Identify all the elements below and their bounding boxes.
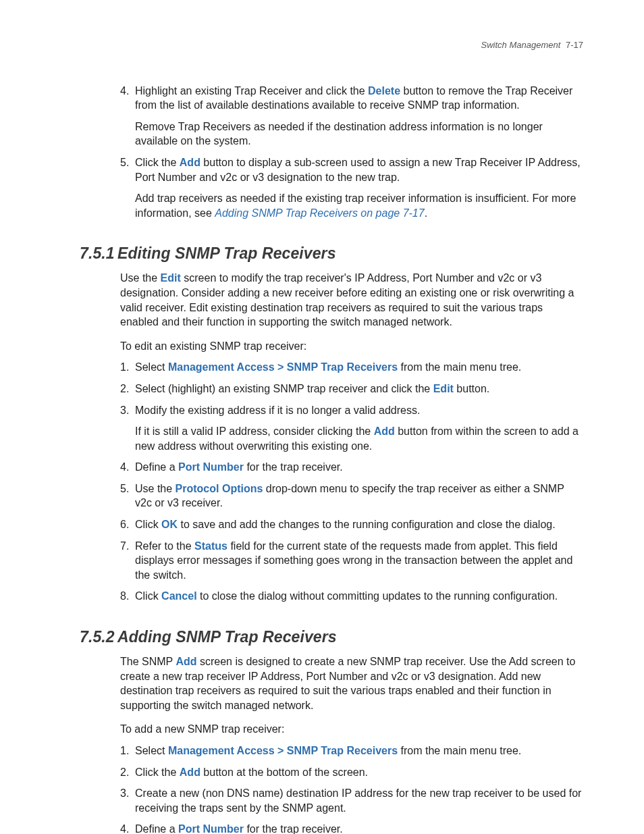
section-751-lead: Use the Edit screen to modify the trap r… bbox=[120, 271, 583, 329]
list-item-paragraph: Add trap receivers as needed if the exis… bbox=[135, 191, 583, 220]
list-item-number: 3. bbox=[120, 786, 129, 801]
list-item-paragraph: Modify the existing address if it is no … bbox=[135, 403, 583, 418]
keyword: Delete bbox=[368, 85, 400, 97]
page: Switch Management 7-17 4.Highlight an ex… bbox=[0, 0, 644, 834]
running-header: Switch Management 7-17 bbox=[80, 39, 583, 51]
text-run: button to display a sub-screen used to a… bbox=[135, 157, 581, 183]
text-run: Define a bbox=[135, 823, 178, 834]
section-751-intro: To edit an existing SNMP trap receiver: bbox=[120, 339, 583, 354]
text-run: The SNMP bbox=[120, 656, 176, 667]
keyword: Cancel bbox=[161, 590, 196, 602]
keyword: Edit bbox=[433, 383, 454, 394]
text-run: Click the bbox=[135, 157, 180, 168]
list-item: 3.Create a new (non DNS name) destinatio… bbox=[120, 786, 583, 815]
keyword: Add bbox=[180, 766, 200, 778]
list-item-number: 3. bbox=[120, 403, 129, 418]
text-run: If it is still a valid IP address, consi… bbox=[135, 425, 374, 437]
section-752-lead: The SNMP Add screen is designed to creat… bbox=[120, 654, 583, 712]
list-item-paragraph: Use the Protocol Options drop-down menu … bbox=[135, 481, 583, 511]
list-item-paragraph: Click the Add button to display a sub-sc… bbox=[135, 155, 583, 184]
list-item: 1.Select Management Access > SNMP Trap R… bbox=[120, 744, 583, 758]
text-run: Remove Trap Receivers as needed if the d… bbox=[135, 121, 543, 147]
list-item-paragraph: Click the Add button at the bottom of th… bbox=[135, 765, 583, 780]
list-item-paragraph: Select Management Access > SNMP Trap Rec… bbox=[135, 744, 583, 758]
list-item-number: 1. bbox=[120, 360, 129, 375]
list-item-paragraph: Select Management Access > SNMP Trap Rec… bbox=[135, 360, 583, 375]
section-heading-751: 7.5.1Editing SNMP Trap Receivers bbox=[80, 243, 583, 264]
list-item-paragraph: Select (highlight) an existing SNMP trap… bbox=[135, 382, 583, 396]
section-heading-752: 7.5.2Adding SNMP Trap Receivers bbox=[80, 627, 583, 648]
list-item-paragraph: Click Cancel to close the dialog without… bbox=[135, 589, 583, 604]
keyword: Status bbox=[194, 540, 227, 552]
section-title: Editing SNMP Trap Receivers bbox=[117, 244, 336, 262]
text-run: Select (highlight) an existing SNMP trap… bbox=[135, 383, 433, 394]
list-item: 1.Select Management Access > SNMP Trap R… bbox=[120, 360, 583, 375]
list-item: 4.Highlight an existing Trap Receiver an… bbox=[120, 84, 583, 149]
text-run: for the trap receiver. bbox=[244, 823, 343, 834]
text-run: button. bbox=[454, 383, 489, 394]
list-item-number: 2. bbox=[120, 765, 129, 780]
text-run: Select bbox=[135, 745, 168, 756]
keyword: OK bbox=[161, 519, 178, 530]
text-run: from the main menu tree. bbox=[398, 745, 521, 756]
text-run: Modify the existing address if it is no … bbox=[135, 405, 420, 416]
section-752-intro: To add a new SNMP trap receiver: bbox=[120, 722, 583, 737]
text-run: Click bbox=[135, 519, 161, 530]
text-run: for the trap receiver. bbox=[244, 461, 343, 473]
text-run: Refer to the bbox=[135, 540, 194, 552]
top-numbered-list: 4.Highlight an existing Trap Receiver an… bbox=[120, 84, 583, 221]
list-item-number: 8. bbox=[120, 589, 129, 604]
list-item-paragraph: If it is still a valid IP address, consi… bbox=[135, 424, 583, 453]
section-751-list: 1.Select Management Access > SNMP Trap R… bbox=[120, 360, 583, 604]
list-item: 5.Click the Add button to display a sub-… bbox=[120, 155, 583, 220]
list-item-paragraph: Create a new (non DNS name) destination … bbox=[135, 786, 583, 815]
keyword: Protocol Options bbox=[176, 483, 263, 494]
text-run: screen to modify the trap receiver's IP … bbox=[120, 272, 574, 328]
cross-reference-link[interactable]: Adding SNMP Trap Receivers on page 7-17 bbox=[215, 207, 424, 219]
list-item: 4.Define a Port Number for the trap rece… bbox=[120, 822, 583, 834]
keyword: Port Number bbox=[178, 461, 244, 473]
list-item: 5.Use the Protocol Options drop-down men… bbox=[120, 481, 583, 511]
list-item-number: 5. bbox=[120, 155, 129, 170]
keyword: Add bbox=[180, 157, 200, 168]
body-column: 4.Highlight an existing Trap Receiver an… bbox=[120, 84, 583, 834]
list-item-paragraph: Remove Trap Receivers as needed if the d… bbox=[135, 120, 583, 149]
keyword: Port Number bbox=[178, 823, 244, 834]
text-run: Create a new (non DNS name) destination … bbox=[135, 787, 581, 814]
list-item: 7.Refer to the Status field for the curr… bbox=[120, 539, 583, 583]
text-run: Use the bbox=[120, 272, 161, 284]
keyword: Edit bbox=[161, 272, 181, 284]
section-number: 7.5.1 bbox=[80, 243, 117, 264]
list-item-number: 5. bbox=[120, 481, 129, 496]
keyword: Management Access > SNMP Trap Receivers bbox=[168, 745, 398, 756]
text-run: to save and add the changes to the runni… bbox=[178, 519, 556, 530]
list-item: 2.Select (highlight) an existing SNMP tr… bbox=[120, 382, 583, 396]
text-run: Define a bbox=[135, 461, 178, 473]
text-run: button at the bottom of the screen. bbox=[200, 766, 368, 778]
list-item-number: 2. bbox=[120, 382, 129, 396]
list-item-number: 4. bbox=[120, 822, 129, 834]
keyword: Add bbox=[374, 425, 395, 437]
list-item-number: 7. bbox=[120, 539, 129, 554]
list-item-number: 4. bbox=[120, 460, 129, 475]
list-item-paragraph: Define a Port Number for the trap receiv… bbox=[135, 822, 583, 834]
text-run: Highlight an existing Trap Receiver and … bbox=[135, 85, 368, 97]
text-run: Click the bbox=[135, 766, 180, 778]
list-item: 6.Click OK to save and add the changes t… bbox=[120, 517, 583, 532]
text-run: from the main menu tree. bbox=[398, 361, 521, 373]
section-number: 7.5.2 bbox=[80, 627, 117, 648]
section-752-list: 1.Select Management Access > SNMP Trap R… bbox=[120, 744, 583, 834]
list-item-paragraph: Highlight an existing Trap Receiver and … bbox=[135, 84, 583, 113]
list-item: 3.Modify the existing address if it is n… bbox=[120, 403, 583, 454]
list-item-paragraph: Click OK to save and add the changes to … bbox=[135, 517, 583, 532]
list-item: 8.Click Cancel to close the dialog witho… bbox=[120, 589, 583, 604]
text-run: Select bbox=[135, 361, 168, 373]
keyword: Management Access > SNMP Trap Receivers bbox=[168, 361, 398, 373]
list-item-paragraph: Define a Port Number for the trap receiv… bbox=[135, 460, 583, 475]
running-header-title: Switch Management bbox=[481, 40, 561, 50]
text-run: to close the dialog without committing u… bbox=[197, 590, 558, 602]
list-item-number: 1. bbox=[120, 744, 129, 758]
list-item-number: 4. bbox=[120, 84, 129, 99]
list-item: 2.Click the Add button at the bottom of … bbox=[120, 765, 583, 780]
text-run: . bbox=[425, 207, 427, 219]
